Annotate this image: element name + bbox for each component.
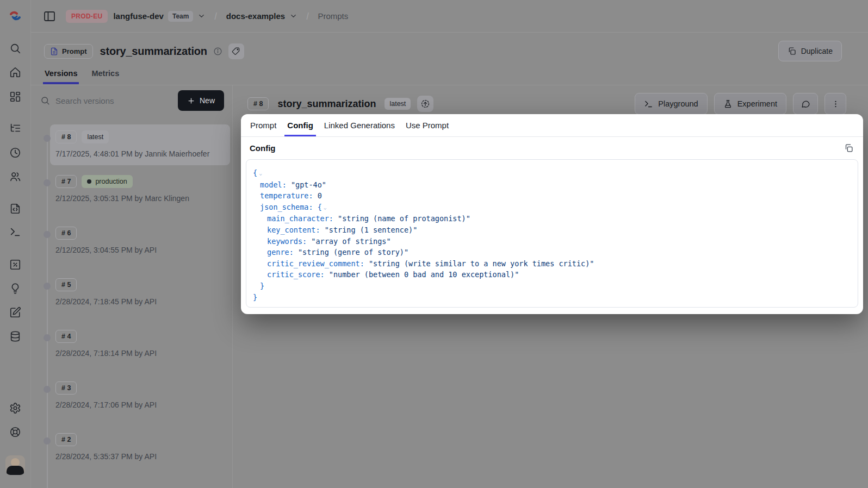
page-tabs: VersionsMetrics: [31, 61, 868, 84]
tab-prompt[interactable]: Prompt: [250, 114, 277, 136]
config-json-viewer: {⌄model: "gpt-4o"temperature: 0json_sche…: [246, 159, 858, 308]
version-number-badge: # 3: [55, 381, 77, 395]
version-detail-panel: PromptConfigLinked GenerationsUse Prompt…: [241, 114, 863, 314]
code-line: keywords: "array of strings": [253, 236, 851, 247]
tab-use-prompt[interactable]: Use Prompt: [405, 114, 449, 136]
settings-gear-icon[interactable]: [9, 402, 21, 414]
plus-icon: [187, 97, 195, 105]
more-actions-icon[interactable]: [824, 93, 846, 115]
version-number-badge: # 8: [55, 130, 77, 143]
copy-config-icon[interactable]: [844, 143, 853, 153]
tab-linked-generations[interactable]: Linked Generations: [324, 114, 395, 136]
timeline-dot-icon: [44, 334, 51, 341]
promote-version-icon[interactable]: [417, 96, 433, 112]
top-nav: PROD-EU langfuse-dev Team / docs-example…: [31, 0, 868, 33]
version-list-item[interactable]: # 5 2/28/2024, 7:18:45 PM by API: [55, 278, 225, 307]
version-list-item[interactable]: # 7 production 2/12/2025, 3:05:31 PM by …: [55, 175, 225, 204]
version-detail-header: # 8 story_summarization latest Playgroun…: [233, 92, 868, 115]
langfuse-logo[interactable]: [8, 8, 23, 23]
collapse-chevron-icon[interactable]: ⌄: [324, 202, 327, 214]
user-avatar[interactable]: [5, 455, 25, 475]
code-line: }: [253, 292, 851, 303]
version-number-badge: # 7: [55, 175, 77, 188]
comments-button[interactable]: [793, 93, 818, 115]
timeline-dot-icon: [44, 437, 51, 445]
code-line: }: [253, 280, 851, 292]
code-line: json_schema: {⌄: [253, 202, 851, 214]
breadcrumb-divider: /: [212, 10, 220, 22]
project-name: docs-examples: [226, 11, 285, 21]
detail-tabs: PromptConfigLinked GenerationsUse Prompt: [241, 114, 863, 137]
evaluation-percent-icon[interactable]: [9, 259, 21, 271]
version-list-item[interactable]: # 8 latest 7/17/2025, 4:48:01 PM by Jann…: [50, 124, 230, 165]
timeline-dot-icon: [44, 231, 51, 238]
experiment-button[interactable]: Experiment: [714, 93, 786, 115]
terminal-icon: [644, 99, 653, 109]
code-line: genre: "string (genre of story)": [253, 247, 851, 258]
code-line: model: "gpt-4o": [253, 179, 851, 191]
version-byline: 2/28/2024, 5:35:37 PM by API: [55, 451, 219, 462]
tag-icon[interactable]: [228, 43, 244, 59]
version-byline: 2/28/2024, 7:18:14 PM by API: [55, 348, 219, 359]
version-byline: 2/12/2025, 3:04:55 PM by API: [55, 245, 219, 255]
versions-search-row: New: [31, 85, 232, 116]
chat-bubble-icon: [801, 99, 810, 109]
version-list: # 8 latest 7/17/2025, 4:48:01 PM by Jann…: [31, 116, 232, 488]
prompts-file-code-icon[interactable]: [9, 203, 21, 215]
org-switcher[interactable]: langfuse-dev Team: [113, 11, 206, 22]
app-sidebar: [0, 0, 31, 488]
users-icon[interactable]: [9, 171, 21, 183]
duplicate-button[interactable]: Duplicate: [778, 41, 842, 61]
production-badge: production: [82, 175, 132, 188]
code-line: key_content: "string (1 sentence)": [253, 224, 851, 236]
project-switcher[interactable]: docs-examples: [226, 11, 297, 21]
tab-config[interactable]: Config: [287, 114, 313, 136]
playground-button[interactable]: Playground: [635, 93, 707, 115]
version-list-item[interactable]: # 2 2/28/2024, 5:35:37 PM by API: [55, 433, 225, 462]
support-lifebuoy-icon[interactable]: [9, 426, 21, 438]
timeline-dot-icon: [44, 179, 51, 186]
info-icon[interactable]: [213, 47, 222, 56]
latest-badge: latest: [385, 98, 411, 110]
datasets-pen-icon[interactable]: [9, 306, 21, 318]
dashboard-icon[interactable]: [9, 91, 21, 103]
tab-versions[interactable]: Versions: [45, 69, 77, 84]
new-version-button[interactable]: New: [178, 90, 224, 111]
production-dot-icon: [87, 179, 91, 184]
sessions-clock-icon[interactable]: [9, 147, 21, 159]
environment-badge: PROD-EU: [66, 10, 108, 23]
version-byline: 2/12/2025, 3:05:31 PM by Marc Klingen: [55, 193, 219, 204]
page-title: story_summarization: [100, 45, 207, 58]
database-icon[interactable]: [9, 330, 21, 342]
annotation-lightbulb-icon[interactable]: [9, 283, 21, 295]
timeline-dot-icon: [44, 135, 51, 142]
breadcrumb-divider: /: [304, 10, 312, 22]
version-byline: 7/17/2025, 4:48:01 PM by Jannik Maierhoe…: [55, 148, 219, 159]
tab-metrics[interactable]: Metrics: [91, 69, 119, 84]
code-line: critic_review_comment: "string (write si…: [253, 258, 851, 270]
tracing-tree-icon[interactable]: [9, 122, 21, 134]
chevron-down-icon: [197, 12, 206, 20]
timeline-dot-icon: [44, 283, 51, 290]
config-section-title: Config: [250, 143, 275, 153]
version-list-item[interactable]: # 6 2/12/2025, 3:04:55 PM by API: [55, 227, 225, 255]
search-icon[interactable]: [9, 42, 21, 54]
versions-panel: New # 8 latest 7/17/2025, 4:48:01 PM by …: [31, 85, 233, 488]
page-header: Prompt story_summarization Duplicate Ver…: [31, 33, 868, 85]
version-number-badge: # 4: [55, 330, 77, 343]
flask-icon: [723, 99, 733, 109]
version-number-badge: # 6: [55, 227, 77, 240]
sidebar-toggle-icon[interactable]: [43, 10, 56, 23]
search-versions-input[interactable]: [55, 96, 172, 105]
version-list-item[interactable]: # 4 2/28/2024, 7:18:14 PM by API: [55, 330, 225, 359]
file-text-icon: [50, 47, 58, 55]
home-icon[interactable]: [9, 66, 21, 78]
collapse-chevron-icon[interactable]: ⌄: [259, 168, 262, 179]
version-byline: 2/28/2024, 7:18:45 PM by API: [55, 296, 219, 307]
version-title: story_summarization: [277, 98, 376, 110]
playground-terminal-icon[interactable]: [9, 226, 21, 238]
version-list-item[interactable]: # 3 2/28/2024, 7:17:06 PM by API: [55, 381, 225, 410]
org-plan-badge: Team: [168, 11, 193, 22]
chevron-down-icon: [289, 12, 297, 20]
version-number-badge: # 2: [55, 433, 77, 446]
